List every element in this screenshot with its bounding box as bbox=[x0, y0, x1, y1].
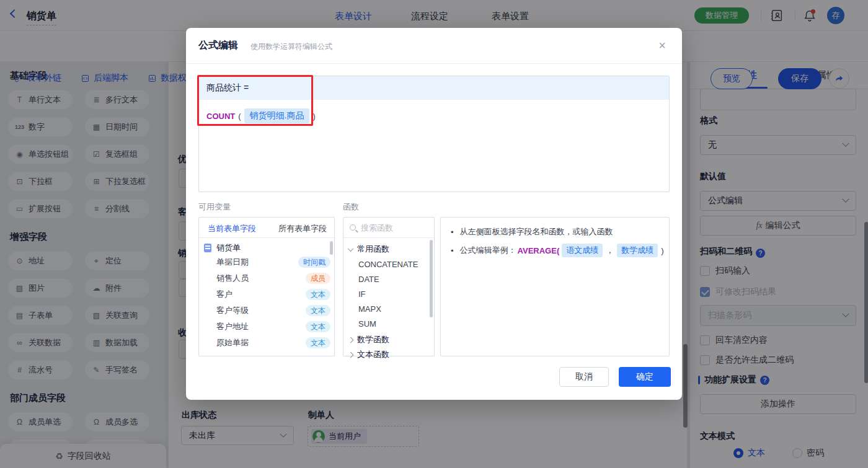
function-item[interactable]: CONCATENATE bbox=[358, 260, 418, 269]
function-item[interactable]: DATE bbox=[358, 275, 379, 284]
variable-row[interactable]: 客户 文本 bbox=[216, 289, 330, 300]
functions-panel: 常用函数 CONCATENATE DATE IF MAPX SUM 数学函数 文… bbox=[343, 217, 435, 356]
functions-label: 函数 bbox=[343, 201, 359, 213]
function-name: COUNT bbox=[206, 112, 235, 121]
paren-close: ) bbox=[661, 246, 663, 255]
divider bbox=[199, 237, 334, 238]
form-doc-icon bbox=[204, 244, 211, 252]
function-group-text[interactable]: 文本函数 bbox=[348, 349, 389, 360]
variable-row[interactable]: 单据日期 时间戳 bbox=[216, 257, 330, 268]
example-token: 语文成绩 bbox=[562, 244, 603, 257]
example-token: 数学成绩 bbox=[617, 244, 658, 257]
chevron-right-icon bbox=[348, 351, 354, 358]
chevron-down-icon bbox=[348, 245, 354, 252]
variable-row[interactable]: 客户等级 文本 bbox=[216, 305, 330, 316]
comma: ， bbox=[606, 245, 614, 256]
paren-open: ( bbox=[238, 112, 241, 121]
form-designer-app: 销货单 表单设计 流程设定 表单设置 数据管理 存 表单外链 后端脚本 数据权 … bbox=[0, 0, 868, 468]
divider bbox=[186, 63, 682, 64]
type-badge: 成员 bbox=[306, 273, 330, 284]
variable-row[interactable]: 客户地址 文本 bbox=[216, 321, 330, 332]
help-panel: 从左侧面板选择字段名和函数，或输入函数 公式编辑举例： AVERAGE( 语文成… bbox=[440, 217, 670, 356]
tab-current-form-fields[interactable]: 当前表单字段 bbox=[208, 223, 256, 234]
variable-row[interactable]: 销售人员 成员 bbox=[216, 273, 330, 284]
formula-editor-area[interactable]: 商品统计 = COUNT ( 销货明细.商品 ) bbox=[198, 76, 670, 192]
function-item[interactable]: SUM bbox=[358, 319, 376, 329]
function-search[interactable] bbox=[343, 218, 434, 237]
cancel-button[interactable]: 取消 bbox=[559, 367, 609, 387]
variable-row[interactable]: 原始单据 文本 bbox=[216, 337, 330, 348]
variables-panel: 当前表单字段 所有表单字段 销货单 单据日期 时间戳 销售人员 成员 客户 文本… bbox=[198, 217, 335, 356]
field-token[interactable]: 销货明细.商品 bbox=[244, 108, 310, 123]
search-input[interactable] bbox=[361, 223, 417, 232]
formula-target-row: 商品统计 = bbox=[199, 76, 669, 100]
search-icon bbox=[350, 224, 356, 231]
chevron-right-icon bbox=[348, 337, 354, 343]
divider bbox=[343, 237, 434, 238]
list-scrollbar[interactable] bbox=[430, 240, 433, 317]
type-badge: 时间戳 bbox=[298, 257, 330, 268]
close-icon[interactable] bbox=[655, 38, 670, 53]
type-badge: 文本 bbox=[306, 305, 330, 316]
list-scrollbar[interactable] bbox=[330, 241, 333, 255]
example-function-name: AVERAGE( bbox=[518, 246, 560, 255]
paren-close: ) bbox=[312, 112, 315, 121]
function-group-common[interactable]: 常用函数 bbox=[348, 244, 389, 255]
type-badge: 文本 bbox=[306, 289, 330, 300]
function-group-math[interactable]: 数学函数 bbox=[348, 334, 389, 345]
tab-all-form-fields[interactable]: 所有表单字段 bbox=[278, 223, 327, 234]
modal-subtitle: 使用数学运算符编辑公式 bbox=[250, 42, 332, 52]
type-badge: 文本 bbox=[306, 321, 330, 332]
function-item[interactable]: IF bbox=[358, 289, 366, 299]
tree-root-row[interactable]: 销货单 bbox=[204, 242, 241, 254]
type-badge: 文本 bbox=[306, 337, 330, 348]
help-line-1: 从左侧面板选择字段名和函数，或输入函数 bbox=[451, 226, 613, 237]
confirm-button[interactable]: 确定 bbox=[619, 367, 671, 387]
function-item[interactable]: MAPX bbox=[358, 304, 381, 314]
formula-editor-modal: 公式编辑 使用数学运算符编辑公式 商品统计 = COUNT ( 销货明细.商品 … bbox=[186, 28, 682, 400]
modal-title: 公式编辑 bbox=[198, 39, 238, 52]
variables-label: 可用变量 bbox=[198, 201, 231, 213]
help-line-2: 公式编辑举例： AVERAGE( 语文成绩 ， 数学成绩 ) bbox=[451, 244, 667, 257]
formula-expression[interactable]: COUNT ( 销货明细.商品 ) bbox=[206, 108, 319, 123]
